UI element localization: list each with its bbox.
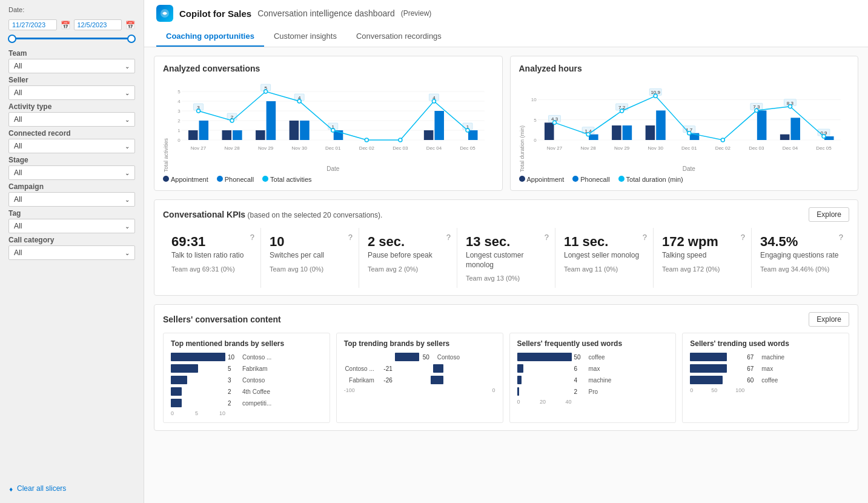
hbar-value: -26 <box>378 377 393 384</box>
hbar-label: machine <box>761 354 804 361</box>
kpi-item: ? 13 sec. Longest customer monolog Team … <box>457 228 555 288</box>
kpi-help-icon[interactable]: ? <box>446 233 451 242</box>
hours-chart: 05104.3Nov 271.4Nov 287.2Nov 2910.9Nov 3… <box>529 79 850 164</box>
analyzed-hours-card: Analyzed hours Total duration (min) 0510… <box>510 56 859 191</box>
hbar-row: 2 Pro <box>517 387 669 396</box>
slider-handle-right[interactable] <box>127 35 136 43</box>
kpi-item: ? 69:31 Talk to listen ratio ratio Team … <box>163 228 261 288</box>
hbar-row: 60 coffee <box>690 376 841 384</box>
hbar-label: Contoso ... <box>344 365 374 372</box>
svg-rect-77 <box>612 125 621 140</box>
svg-text:1: 1 <box>177 128 181 133</box>
date-end[interactable]: 12/5/2023 <box>74 19 122 30</box>
analyzed-conversations-card: Analyzed conversations Total activities … <box>154 56 503 191</box>
filter-select-call-category[interactable]: All⌄ <box>8 245 135 260</box>
kpi-item: ? 10 Switches per call Team avg 10 (0%) <box>261 228 359 288</box>
svg-point-60 <box>399 138 402 142</box>
svg-rect-82 <box>645 125 655 140</box>
kpi-help-icon[interactable]: ? <box>545 233 549 242</box>
calendar-start-icon[interactable]: 📅 <box>61 21 70 30</box>
svg-point-59 <box>365 138 368 142</box>
svg-point-108 <box>654 94 657 98</box>
hbar-row: Fabrikam -26 <box>344 376 495 384</box>
kpi-explore-button[interactable]: Explore <box>809 207 849 222</box>
date-start[interactable]: 11/27/2023 <box>8 19 57 30</box>
main-content: Copilot for Sales Conversation intellige… <box>144 0 868 503</box>
filter-select-seller[interactable]: All⌄ <box>8 85 135 100</box>
kpi-label: Talking speed <box>662 251 743 261</box>
kpi-avg: Team avg 10 (0%) <box>270 265 350 273</box>
tab-conversation-recordings[interactable]: Conversation recordings <box>346 27 451 47</box>
kpi-help-icon[interactable]: ? <box>839 233 843 242</box>
kpi-help-icon[interactable]: ? <box>348 233 353 242</box>
clear-slicers-button[interactable]: ⬧ Clear all slicers <box>8 480 135 497</box>
hbar-row: 50 Contoso <box>344 353 495 361</box>
hbar-value: 2 <box>228 388 240 395</box>
svg-rect-28 <box>290 121 299 140</box>
sellers-card-title: Top mentioned brands by sellers <box>171 339 322 348</box>
kpi-label: Pause before speak <box>368 251 448 261</box>
svg-text:Nov 29: Nov 29 <box>614 145 629 151</box>
svg-rect-50 <box>468 130 478 140</box>
sellers-card-title: Sellers' trending used words <box>690 339 841 348</box>
svg-rect-29 <box>300 121 310 140</box>
svg-text:Dec 03: Dec 03 <box>393 145 408 151</box>
calendar-end-icon[interactable]: 📅 <box>125 21 135 30</box>
analyzed-conversations-title: Analyzed conversations <box>163 64 494 73</box>
tab-coaching-opportunities[interactable]: Coaching opportunities <box>156 27 264 47</box>
sellers-grid: Top mentioned brands by sellers 10 Conto… <box>163 333 849 423</box>
filter-select-stage[interactable]: All⌄ <box>8 165 135 180</box>
hbar-value: 3 <box>228 377 240 384</box>
svg-text:Dec 03: Dec 03 <box>749 145 764 151</box>
hours-x-label: Date <box>529 165 850 172</box>
tab-customer-insights[interactable]: Customer insights <box>264 27 346 47</box>
kpi-label: Longest customer monolog <box>466 251 546 270</box>
kpi-help-icon[interactable]: ? <box>643 233 647 242</box>
svg-point-105 <box>552 121 556 124</box>
date-range-slider[interactable] <box>8 38 135 39</box>
hbar-row: 50 coffee <box>517 353 669 361</box>
svg-rect-83 <box>656 110 666 140</box>
svg-point-107 <box>620 109 623 113</box>
hbar-value: 4 <box>574 377 586 384</box>
filter-activity-type: Activity typeAll⌄ <box>8 102 135 127</box>
filter-select-team[interactable]: All⌄ <box>8 59 135 73</box>
conv-chart: 0123453Nov 272Nov 285Nov 294Nov 301Dec 0… <box>173 79 494 164</box>
svg-rect-44 <box>424 130 434 140</box>
svg-point-55 <box>230 119 234 122</box>
filter-select-activity-type[interactable]: All⌄ <box>8 112 135 127</box>
filter-select-campaign[interactable]: All⌄ <box>8 192 135 207</box>
svg-point-106 <box>586 133 590 136</box>
svg-text:Nov 30: Nov 30 <box>648 145 663 151</box>
hbar-row: 3 Contoso <box>171 376 322 384</box>
svg-rect-24 <box>267 101 276 140</box>
svg-text:2: 2 <box>177 118 181 124</box>
diamond-icon: ⬧ <box>8 484 13 493</box>
svg-text:Dec 04: Dec 04 <box>426 145 442 151</box>
svg-text:Dec 05: Dec 05 <box>816 145 832 151</box>
kpi-help-icon[interactable]: ? <box>741 233 745 242</box>
sellers-explore-button[interactable]: Explore <box>809 312 849 327</box>
svg-rect-69 <box>544 122 554 140</box>
hbar-value: 6 <box>574 365 586 372</box>
svg-rect-13 <box>188 130 198 140</box>
kpi-title: Conversational KPIs <box>163 210 245 219</box>
hbar-value: 2 <box>228 400 240 407</box>
hbar-value: -21 <box>378 365 393 372</box>
svg-point-58 <box>331 128 335 132</box>
kpi-help-icon[interactable]: ? <box>250 233 254 242</box>
kpi-value: 34.5% <box>760 234 841 250</box>
kpi-avg: Team avg 172 (0%) <box>662 265 743 273</box>
filter-select-connected-record[interactable]: All⌄ <box>8 139 135 153</box>
slider-handle-left[interactable] <box>8 35 16 43</box>
filter-select-tag[interactable]: All⌄ <box>8 219 135 233</box>
hbar-label: max <box>589 365 631 372</box>
svg-text:Nov 28: Nov 28 <box>224 145 240 151</box>
kpi-avg: Team avg 34.46% (0%) <box>760 265 841 273</box>
filter-campaign: CampaignAll⌄ <box>8 182 135 207</box>
hbar-label: Contoso <box>242 377 285 384</box>
chevron-down-icon: ⌄ <box>125 116 130 123</box>
charts-row: Analyzed conversations Total activities … <box>154 56 858 191</box>
svg-rect-18 <box>222 130 232 140</box>
hbar-row: 67 max <box>690 364 841 373</box>
